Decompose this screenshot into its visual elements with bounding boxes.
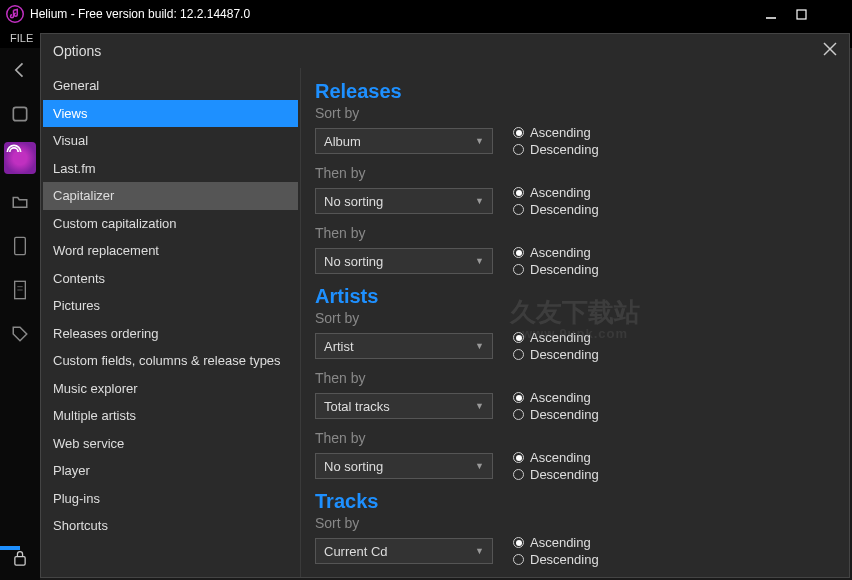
radio-asc[interactable]: Ascending xyxy=(513,450,599,465)
radio-icon xyxy=(513,537,524,548)
section-title-releases: Releases xyxy=(315,80,831,103)
chevron-down-icon: ▼ xyxy=(475,401,484,411)
folder-icon[interactable] xyxy=(0,180,40,224)
section-title-tracks: Tracks xyxy=(315,490,831,513)
radio-desc[interactable]: Descending xyxy=(513,467,599,482)
radio-asc[interactable]: Ascending xyxy=(513,185,599,200)
svg-rect-3 xyxy=(13,107,26,120)
radio-icon xyxy=(513,409,524,420)
radio-icon xyxy=(513,144,524,155)
nav-item-releases-ordering[interactable]: Releases ordering xyxy=(43,320,298,348)
radio-icon xyxy=(513,332,524,343)
radio-icon xyxy=(513,349,524,360)
nav-item-capitalizer[interactable]: Capitalizer xyxy=(43,182,298,210)
radio-desc[interactable]: Descending xyxy=(513,552,599,567)
app-sidebar xyxy=(0,48,40,580)
radio-desc[interactable]: Descending xyxy=(513,407,599,422)
chevron-down-icon: ▼ xyxy=(475,196,484,206)
options-dialog: Options GeneralViewsVisualLast.fmCapital… xyxy=(40,33,850,578)
options-nav: GeneralViewsVisualLast.fmCapitalizerCust… xyxy=(41,68,301,577)
sort-dropdown[interactable]: Album▼ xyxy=(315,128,493,154)
radio-asc[interactable]: Ascending xyxy=(513,330,599,345)
chevron-down-icon: ▼ xyxy=(475,461,484,471)
sort-by-label: Sort by xyxy=(315,310,831,326)
sort-dropdown[interactable]: Current Cd▼ xyxy=(315,538,493,564)
radio-icon xyxy=(513,264,524,275)
section-title-artists: Artists xyxy=(315,285,831,308)
radio-icon xyxy=(513,469,524,480)
radio-icon xyxy=(513,204,524,215)
radio-desc[interactable]: Descending xyxy=(513,142,599,157)
radio-icon xyxy=(513,187,524,198)
library-icon[interactable] xyxy=(0,92,40,136)
nav-item-custom-fields-columns-release-types[interactable]: Custom fields, columns & release types xyxy=(43,347,298,375)
sort-dropdown[interactable]: No sorting▼ xyxy=(315,188,493,214)
nav-item-player[interactable]: Player xyxy=(43,457,298,485)
dialog-header: Options xyxy=(41,34,849,68)
radio-desc[interactable]: Descending xyxy=(513,347,599,362)
maximize-button[interactable] xyxy=(786,4,816,24)
back-icon[interactable] xyxy=(0,48,40,92)
nav-item-web-service[interactable]: Web service xyxy=(43,430,298,458)
nav-item-visual[interactable]: Visual xyxy=(43,127,298,155)
nav-item-contents[interactable]: Contents xyxy=(43,265,298,293)
radio-icon xyxy=(513,452,524,463)
options-content: 久友下载站 www.9upk.com ReleasesSort byAlbum▼… xyxy=(301,68,849,577)
svg-rect-4 xyxy=(15,237,26,254)
sort-dropdown[interactable]: No sorting▼ xyxy=(315,453,493,479)
then-by-label: Then by xyxy=(315,165,831,181)
sort-dropdown[interactable]: Artist▼ xyxy=(315,333,493,359)
nav-item-general[interactable]: General xyxy=(43,72,298,100)
chevron-down-icon: ▼ xyxy=(475,136,484,146)
nav-item-views[interactable]: Views xyxy=(43,100,298,128)
chevron-down-icon: ▼ xyxy=(475,546,484,556)
radio-asc[interactable]: Ascending xyxy=(513,535,599,550)
app-logo-icon xyxy=(6,5,24,23)
title-bar: Helium - Free version build: 12.2.14487.… xyxy=(0,0,852,28)
accent-indicator xyxy=(0,546,20,550)
nav-item-music-explorer[interactable]: Music explorer xyxy=(43,375,298,403)
radio-asc[interactable]: Ascending xyxy=(513,125,599,140)
nav-item-custom-capitalization[interactable]: Custom capitalization xyxy=(43,210,298,238)
nav-item-word-replacement[interactable]: Word replacement xyxy=(43,237,298,265)
nav-item-shortcuts[interactable]: Shortcuts xyxy=(43,512,298,540)
radio-icon xyxy=(513,554,524,565)
sort-by-label: Sort by xyxy=(315,515,831,531)
minimize-button[interactable] xyxy=(756,4,786,24)
window-title: Helium - Free version build: 12.2.14487.… xyxy=(30,7,756,21)
tag-icon[interactable] xyxy=(0,312,40,356)
nav-item-last-fm[interactable]: Last.fm xyxy=(43,155,298,183)
menu-file[interactable]: FILE xyxy=(10,32,33,44)
radio-icon xyxy=(513,127,524,138)
chevron-down-icon: ▼ xyxy=(475,256,484,266)
radio-asc[interactable]: Ascending xyxy=(513,390,599,405)
svg-rect-8 xyxy=(15,557,25,565)
nav-item-plug-ins[interactable]: Plug-ins xyxy=(43,485,298,513)
radio-icon xyxy=(513,392,524,403)
nav-item-multiple-artists[interactable]: Multiple artists xyxy=(43,402,298,430)
radio-desc[interactable]: Descending xyxy=(513,262,599,277)
sort-dropdown[interactable]: Total tracks▼ xyxy=(315,393,493,419)
sort-by-label: Sort by xyxy=(315,105,831,121)
dialog-title: Options xyxy=(53,43,101,59)
then-by-label: Then by xyxy=(315,430,831,446)
then-by-label: Then by xyxy=(315,225,831,241)
radio-icon xyxy=(513,247,524,258)
svg-rect-2 xyxy=(797,10,806,19)
radio-desc[interactable]: Descending xyxy=(513,202,599,217)
lock-icon[interactable] xyxy=(0,536,40,580)
chevron-down-icon: ▼ xyxy=(475,341,484,351)
now-playing-icon[interactable] xyxy=(0,136,40,180)
nav-item-pictures[interactable]: Pictures xyxy=(43,292,298,320)
dialog-close-button[interactable] xyxy=(823,42,837,60)
devices-icon[interactable] xyxy=(0,224,40,268)
radio-asc[interactable]: Ascending xyxy=(513,245,599,260)
then-by-label: Then by xyxy=(315,370,831,386)
document-icon[interactable] xyxy=(0,268,40,312)
sort-dropdown[interactable]: No sorting▼ xyxy=(315,248,493,274)
